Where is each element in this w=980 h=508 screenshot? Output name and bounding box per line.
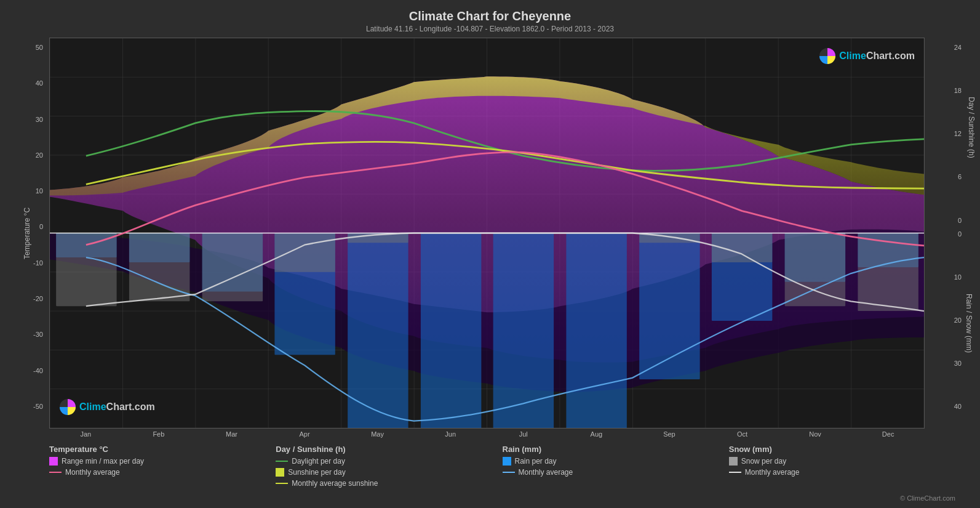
chart-subtitle: Latitude 41.16 - Longitude -104.807 - El… — [12, 25, 968, 33]
copyright: © ClimeChart.com — [12, 494, 955, 502]
y-axis-right-sunshine-label: Day / Sunshine (h) — [966, 97, 975, 158]
legend-temp-range-label: Range min / max per day — [62, 457, 144, 466]
svg-rect-34 — [493, 233, 554, 429]
legend-item-sunshine-avg: Monthly average sunshine — [276, 479, 502, 488]
chart-svg — [50, 38, 924, 428]
legend-temp-title: Temperature °C — [49, 445, 276, 454]
legend-item-rain: Rain per day — [503, 457, 729, 466]
chart-title: Climate Chart for Cheyenne — [12, 9, 968, 23]
legend-daylight-label: Daylight per day — [292, 457, 345, 466]
x-axis: Jan Feb Mar Apr May Jun Jul Aug Sep Oct … — [49, 429, 925, 440]
chart-wrapper: Temperature °C 50 40 30 20 10 0 -10 -20 … — [12, 38, 968, 429]
legend-snow-avg-label: Monthly average — [745, 468, 800, 477]
legend-daylight: Day / Sunshine (h) Daylight per day Suns… — [276, 445, 502, 490]
legend-item-rain-avg: Monthly average — [503, 468, 729, 477]
legend-item-daylight: Daylight per day — [276, 457, 502, 466]
legend-item-temp-range: Range min / max per day — [49, 457, 276, 466]
legend-sunshine-avg-color — [276, 483, 288, 484]
legend-item-sunshine: Sunshine per day — [276, 468, 502, 477]
title-area: Climate Chart for Cheyenne Latitude 41.1… — [12, 6, 968, 34]
legend-sunshine-label: Sunshine per day — [288, 468, 345, 477]
chart-area: ClimeChart.com ClimeChart.com — [49, 38, 925, 429]
svg-rect-42 — [202, 233, 263, 302]
watermark-top: ClimeChart.com — [819, 47, 915, 65]
climechart-logo-bottom — [59, 398, 76, 416]
watermark-top-text: Clime — [839, 50, 866, 62]
legend-temp-avg-label: Monthly average — [65, 468, 120, 477]
legend-snow-title: Snow (mm) — [729, 445, 955, 454]
legend-daylight-title: Day / Sunshine (h) — [276, 445, 502, 454]
legend-snow-color — [729, 457, 738, 466]
legend-daylight-color — [276, 461, 288, 462]
watermark-bottom: ClimeChart.com — [59, 398, 155, 416]
legend-temp-range-color — [49, 457, 58, 466]
legend-rain-avg-label: Monthly average — [519, 468, 573, 477]
svg-rect-43 — [274, 233, 335, 272]
y-axis-left-label: Temperature °C — [23, 207, 31, 259]
svg-rect-47 — [785, 233, 845, 307]
legend-temp-avg-color — [49, 472, 62, 473]
legend-snow: Snow (mm) Snow per day Monthly average — [729, 445, 955, 490]
legend-rain-avg-color — [503, 472, 515, 473]
legend-item-snow-avg: Monthly average — [729, 468, 955, 477]
y-axis-right-rain-label: Rain / Snow (mm) — [965, 294, 973, 353]
legend-item-temp-avg: Monthly average — [49, 468, 276, 477]
main-container: Climate Chart for Cheyenne Latitude 41.1… — [0, 0, 980, 508]
legend-temperature: Temperature °C Range min / max per day M… — [49, 445, 276, 490]
watermark-bottom-text: Clime — [79, 401, 106, 413]
legend-sunshine-avg-label: Monthly average sunshine — [292, 479, 378, 488]
legend-rain: Rain (mm) Rain per day Monthly average — [503, 445, 729, 490]
climechart-logo-top — [819, 47, 836, 65]
svg-rect-35 — [566, 233, 626, 429]
legend-area: Temperature °C Range min / max per day M… — [49, 440, 955, 493]
svg-rect-33 — [421, 233, 481, 429]
legend-sunshine-color — [276, 468, 284, 477]
legend-rain-label: Rain per day — [515, 457, 557, 466]
svg-rect-32 — [348, 233, 408, 429]
svg-rect-36 — [639, 233, 699, 379]
y-axis-left: Temperature °C 50 40 30 20 10 0 -10 -20 … — [12, 38, 49, 429]
y-axis-right: 24 18 12 6 0 0 10 20 30 40 Day / Sunshin… — [925, 38, 968, 429]
legend-snow-avg-color — [729, 472, 741, 473]
legend-rain-title: Rain (mm) — [503, 445, 729, 454]
legend-snow-label: Snow per day — [741, 457, 786, 466]
legend-rain-color — [503, 457, 511, 466]
legend-item-snow: Snow per day — [729, 457, 955, 466]
